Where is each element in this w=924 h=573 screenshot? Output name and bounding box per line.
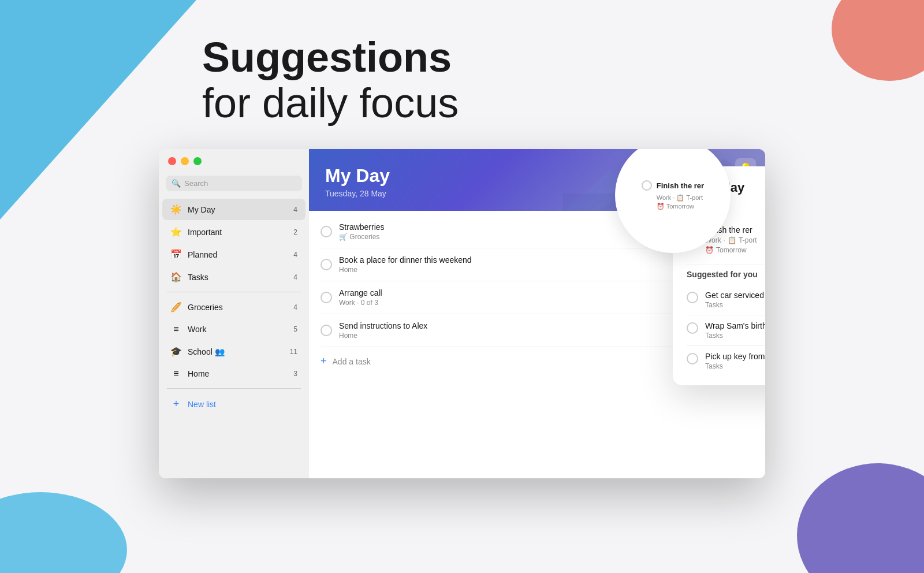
suggested-label: Suggested for you bbox=[687, 270, 765, 279]
planned-label: Planned bbox=[188, 250, 288, 259]
dot: · bbox=[724, 236, 725, 244]
add-icon: + bbox=[321, 355, 327, 367]
circle-content: Finish the rer Work · 📋 T-port ⏰ Tomorro… bbox=[632, 171, 713, 219]
tasks-label: Tasks bbox=[188, 273, 288, 282]
task-checkbox[interactable] bbox=[321, 226, 332, 237]
suggestion-name: Pick up key from the front office bbox=[705, 352, 765, 361]
work-badge: 5 bbox=[293, 325, 297, 333]
school-icon: 🎓 bbox=[170, 346, 182, 357]
important-badge: 2 bbox=[293, 228, 297, 236]
new-list-label: New list bbox=[188, 400, 297, 409]
myday-icon: ☀️ bbox=[170, 204, 182, 215]
task-checkbox[interactable] bbox=[321, 259, 332, 270]
home-badge: 3 bbox=[293, 370, 297, 378]
calendar-icon: 📋 bbox=[728, 236, 736, 244]
suggestion-checkbox[interactable] bbox=[687, 292, 698, 303]
home-icon: ≡ bbox=[170, 369, 182, 379]
heading-main: Suggestions bbox=[202, 35, 722, 80]
upcoming-event: T-port bbox=[739, 236, 757, 244]
search-box[interactable]: 🔍 Search bbox=[166, 176, 302, 191]
circle-checkbox bbox=[642, 180, 652, 191]
close-button[interactable] bbox=[168, 157, 176, 165]
heading-sub: for daily focus bbox=[202, 80, 722, 126]
suggestion-meta: Tasks bbox=[705, 362, 765, 370]
heading-section: Suggestions for daily focus bbox=[202, 0, 722, 149]
app-window: 🔍 Search ☀️ My Day 4 ⭐ Important 2 📅 Pla… bbox=[159, 149, 765, 478]
work-icon: ≡ bbox=[170, 324, 182, 334]
suggestion-info: Wrap Sam's birthday gift Tasks bbox=[705, 321, 765, 340]
sidebar-item-home[interactable]: ≡ Home 3 bbox=[162, 363, 305, 384]
maximize-button[interactable] bbox=[193, 157, 202, 165]
myday-label: My Day bbox=[188, 205, 288, 214]
sidebar-item-groceries[interactable]: 🥖 Groceries 4 bbox=[162, 296, 305, 318]
school-badge: 11 bbox=[290, 348, 297, 356]
home-label: Home bbox=[188, 369, 288, 378]
circle-task-meta: Work · 📋 T-port bbox=[657, 194, 704, 202]
search-icon: 🔍 bbox=[172, 179, 181, 188]
suggestion-item[interactable]: Pick up key from the front office Tasks … bbox=[687, 346, 765, 376]
tasks-badge: 4 bbox=[293, 273, 297, 281]
planned-badge: 4 bbox=[293, 251, 297, 259]
upcoming-date: Tomorrow bbox=[716, 246, 747, 254]
sidebar-item-tasks[interactable]: 🏠 Tasks 4 bbox=[162, 266, 305, 288]
myday-badge: 4 bbox=[293, 206, 297, 214]
school-label: School 👥 bbox=[188, 347, 284, 356]
sidebar-item-work[interactable]: ≡ Work 5 bbox=[162, 319, 305, 340]
content-wrapper: Suggestions for daily focus 🔍 Search ☀️ … bbox=[0, 0, 924, 573]
planned-icon: 📅 bbox=[170, 249, 182, 260]
suggestion-checkbox[interactable] bbox=[687, 353, 698, 364]
suggestion-meta: Tasks bbox=[705, 332, 765, 340]
window-controls bbox=[159, 149, 309, 173]
suggestion-info: Pick up key from the front office Tasks bbox=[705, 352, 765, 370]
clock-icon: ⏰ bbox=[705, 246, 714, 254]
search-placeholder: Search bbox=[184, 179, 208, 188]
circle-task-date: ⏰ Tomorrow bbox=[657, 203, 704, 210]
suggestion-info: Get car serviced Tasks bbox=[705, 291, 765, 309]
circle-task-row: Finish the rer bbox=[642, 180, 704, 191]
sidebar-item-planned[interactable]: 📅 Planned 4 bbox=[162, 244, 305, 265]
sidebar-divider bbox=[167, 292, 301, 292]
sidebar-item-school[interactable]: 🎓 School 👥 11 bbox=[162, 341, 305, 362]
suggestion-name: Get car serviced bbox=[705, 291, 765, 300]
for-today-container: Finish the rer Work · 📋 T-port ⏰ Tomorro… bbox=[673, 166, 765, 385]
minimize-button[interactable] bbox=[181, 157, 189, 165]
upcoming-date-row: ⏰ Tomorrow bbox=[705, 246, 765, 254]
new-list-button[interactable]: + New list bbox=[162, 393, 305, 415]
add-task-label: Add a task bbox=[333, 357, 371, 366]
task-checkbox[interactable] bbox=[321, 325, 332, 336]
sidebar-item-myday[interactable]: ☀️ My Day 4 bbox=[162, 199, 305, 220]
circle-task-name: Finish the rer bbox=[657, 181, 704, 190]
important-label: Important bbox=[188, 228, 288, 237]
groceries-badge: 4 bbox=[293, 303, 297, 311]
new-list-icon: + bbox=[170, 398, 182, 410]
sidebar: 🔍 Search ☀️ My Day 4 ⭐ Important 2 📅 Pla… bbox=[159, 149, 309, 478]
suggestion-item[interactable]: Get car serviced Tasks + bbox=[687, 285, 765, 315]
task-checkbox[interactable] bbox=[321, 292, 332, 303]
sidebar-item-important[interactable]: ⭐ Important 2 bbox=[162, 221, 305, 243]
suggestion-item[interactable]: Wrap Sam's birthday gift Tasks + bbox=[687, 315, 765, 346]
sidebar-divider-2 bbox=[167, 388, 301, 389]
work-label: Work bbox=[188, 325, 288, 334]
upcoming-meta: Work · 📋 T-port bbox=[705, 236, 765, 244]
section-divider bbox=[687, 265, 765, 265]
suggestion-name: Wrap Sam's birthday gift bbox=[705, 321, 765, 330]
groceries-icon: 🥖 bbox=[170, 302, 182, 312]
groceries-label: Groceries bbox=[188, 303, 288, 312]
suggestion-meta: Tasks bbox=[705, 301, 765, 309]
tasks-icon: 🏠 bbox=[170, 271, 182, 282]
important-icon: ⭐ bbox=[170, 226, 182, 237]
suggestion-checkbox[interactable] bbox=[687, 322, 698, 334]
